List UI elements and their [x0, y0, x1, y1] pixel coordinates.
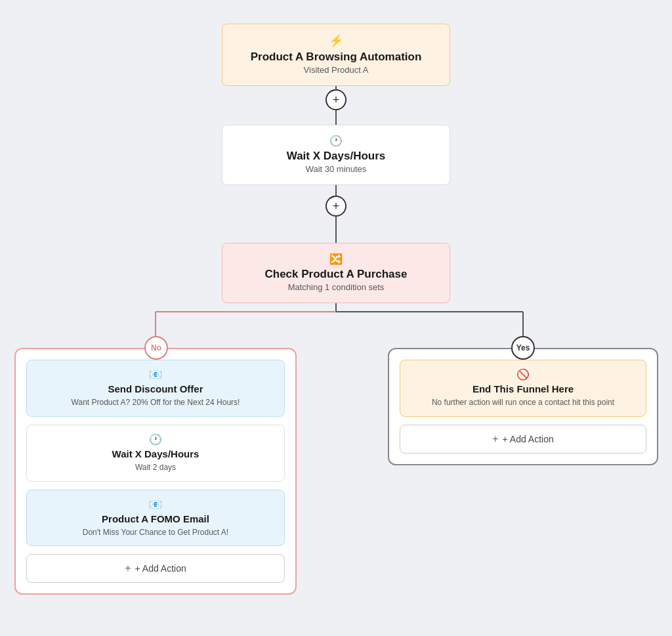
plus-icon-2: + [333, 200, 340, 213]
trigger-node: ⚡ Product A Browsing Automation Visited … [222, 24, 450, 86]
wait-icon-1: 🕐 [236, 135, 436, 147]
right-card-1-title: End This Funnel Here [411, 383, 635, 394]
left-card-3-icon: 📧 [37, 498, 274, 511]
left-card-1-subtitle: Want Product A? 20% Off for the Next 24 … [37, 397, 274, 408]
left-card-3-title: Product A FOMO Email [37, 513, 274, 524]
left-add-action-button[interactable]: + + Add Action [26, 554, 285, 583]
right-add-action-button[interactable]: + + Add Action [400, 425, 646, 454]
left-card-2-title: Wait X Days/Hours [37, 448, 274, 459]
right-card-1-icon: 🚫 [411, 368, 635, 381]
add-button-2[interactable]: + [326, 196, 346, 217]
left-card-3-subtitle: Don't Miss Your Chance to Get Product A! [37, 527, 274, 538]
yes-branch-label: Yes [511, 336, 535, 360]
no-branch-label: No [144, 336, 168, 360]
right-add-plus-icon: + [492, 433, 498, 445]
no-label: No [151, 343, 161, 352]
right-card-1: 🚫 End This Funnel Here No further action… [400, 360, 646, 417]
wait-subtitle-1: Wait 30 minutes [236, 164, 436, 174]
left-card-1: 📧 Send Discount Offer Want Product A? 20… [26, 360, 285, 417]
yes-label: Yes [516, 343, 530, 352]
trigger-title: Product A Browsing Automation [236, 51, 436, 64]
wait-title-1: Wait X Days/Hours [236, 150, 436, 163]
trigger-subtitle: Visited Product A [236, 65, 436, 75]
left-card-2-subtitle: Wait 2 days [37, 462, 274, 473]
right-add-action-label: + Add Action [503, 434, 554, 444]
left-card-1-icon: 📧 [37, 368, 274, 381]
plus-icon-1: + [333, 93, 340, 107]
left-card-3: 📧 Product A FOMO Email Don't Miss Your C… [26, 490, 285, 547]
check-icon: 🔀 [236, 253, 436, 265]
check-title: Check Product A Purchase [236, 268, 436, 281]
left-card-2: 🕐 Wait X Days/Hours Wait 2 days [26, 425, 285, 482]
add-button-1[interactable]: + [326, 89, 346, 110]
right-card-1-subtitle: No further action will run once a contac… [411, 397, 635, 408]
wait-node-1: 🕐 Wait X Days/Hours Wait 30 minutes [222, 125, 450, 185]
left-add-action-label: + Add Action [135, 563, 186, 574]
right-branch-container: 🚫 End This Funnel Here No further action… [388, 348, 658, 465]
canvas: ⚡ Product A Browsing Automation Visited … [0, 0, 672, 636]
trigger-icon: ⚡ [236, 33, 436, 48]
check-node: 🔀 Check Product A Purchase Matching 1 co… [222, 243, 450, 303]
left-card-1-title: Send Discount Offer [37, 383, 274, 394]
left-card-2-icon: 🕐 [37, 433, 274, 446]
left-add-plus-icon: + [125, 562, 131, 574]
left-branch-container: 📧 Send Discount Offer Want Product A? 20… [14, 348, 297, 595]
check-subtitle: Matching 1 condition sets [236, 282, 436, 292]
